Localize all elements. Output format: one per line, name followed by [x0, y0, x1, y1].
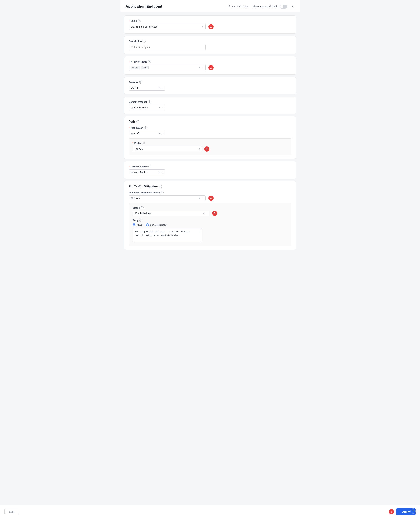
- bot-action-select[interactable]: ⊞ Block × ⌄: [129, 195, 205, 201]
- path-match-grid-icon: ⊞: [131, 132, 133, 135]
- traffic-channel-grid-icon: ⊞: [131, 171, 133, 174]
- radio-ascii[interactable]: ASCII: [133, 224, 143, 226]
- http-methods-section: HTTP Methods i POST PUT × ⌄ 2: [124, 56, 296, 75]
- bot-action-chevron-icon[interactable]: ⌄: [202, 197, 203, 200]
- body-radio-group: ASCII base64(binary): [133, 224, 288, 226]
- http-methods-select[interactable]: POST PUT × ⌄: [129, 65, 205, 71]
- domain-matcher-info-icon[interactable]: i: [148, 100, 151, 103]
- step-badge-3: 3: [204, 146, 209, 152]
- prefix-clear-icon[interactable]: ×: [198, 148, 200, 150]
- step-badge-4: 4: [209, 196, 214, 201]
- bot-action-clear-icon[interactable]: ×: [199, 197, 200, 200]
- protocol-value: BOTH: [131, 86, 158, 89]
- body-textarea[interactable]: [133, 228, 202, 242]
- body-label: Body i: [133, 219, 288, 222]
- domain-matcher-clear-icon[interactable]: ×: [159, 106, 160, 109]
- path-info-icon[interactable]: i: [136, 120, 139, 123]
- advanced-fields-row: Show Advanced Fields: [252, 5, 287, 9]
- protocol-section: Protocol i BOTH × ⌄: [124, 77, 296, 94]
- header-actions: ↺ Reset All Fields Show Advanced Fields …: [227, 5, 294, 9]
- reset-label: Reset All Fields: [231, 5, 248, 8]
- traffic-channel-value: Web Traffic: [134, 171, 158, 174]
- page-header: Application Endpoint ↺ Reset All Fields …: [120, 0, 300, 12]
- protocol-select[interactable]: BOTH × ⌄: [129, 85, 165, 90]
- bot-action-info-icon[interactable]: i: [161, 191, 164, 194]
- status-chevron-icon[interactable]: ⌄: [205, 212, 207, 215]
- bot-action-controls: × ⌄: [199, 197, 203, 200]
- radio-base64[interactable]: base64(binary): [146, 224, 167, 226]
- name-info-icon[interactable]: i: [138, 19, 141, 22]
- footer: Back 6 Apply: [0, 505, 420, 518]
- advanced-fields-toggle[interactable]: [280, 5, 287, 9]
- prefix-input[interactable]: [133, 146, 202, 152]
- collapse-button[interactable]: ∧: [291, 5, 295, 9]
- path-match-controls: × ⌄: [159, 132, 163, 135]
- domain-matcher-grid-icon: ⊞: [131, 106, 133, 109]
- body-info-icon[interactable]: i: [139, 219, 142, 222]
- reset-icon: ↺: [227, 5, 230, 8]
- name-field-group: Name i × 1: [129, 19, 292, 30]
- traffic-channel-select[interactable]: ⊞ Web Traffic × ⌄: [129, 170, 165, 175]
- tag-put: PUT: [141, 66, 149, 69]
- prefix-input-row: × 3: [133, 146, 288, 152]
- name-input-row: × 1: [129, 23, 292, 30]
- name-input-wrapper: ×: [129, 23, 205, 30]
- radio-ascii-label: ASCII: [137, 224, 143, 226]
- status-select[interactable]: 403 Forbidden × ⌄: [133, 211, 209, 216]
- bot-mitigation-info-icon[interactable]: i: [159, 185, 162, 188]
- protocol-chevron-icon[interactable]: ⌄: [161, 86, 163, 89]
- help-icon[interactable]: ?: [411, 509, 416, 514]
- status-clear-icon[interactable]: ×: [203, 212, 204, 215]
- description-info-icon[interactable]: i: [142, 40, 146, 43]
- http-methods-tags: POST PUT: [131, 66, 198, 69]
- protocol-info-icon[interactable]: i: [139, 81, 142, 83]
- http-methods-clear-icon[interactable]: ×: [199, 66, 200, 69]
- bot-action-grid-icon: ⊞: [131, 197, 133, 200]
- status-controls: × ⌄: [203, 212, 207, 215]
- bot-action-value: Block: [134, 197, 198, 200]
- bot-mitigation-title: Bot Traffic Mitigation i: [129, 185, 292, 188]
- description-section: Description i: [124, 36, 296, 54]
- traffic-channel-controls: × ⌄: [159, 171, 163, 174]
- traffic-channel-info-icon[interactable]: i: [149, 165, 151, 168]
- status-label: Status i: [133, 206, 288, 209]
- domain-matcher-chevron-icon[interactable]: ⌄: [161, 106, 163, 109]
- protocol-label: Protocol i: [129, 81, 292, 83]
- domain-matcher-section: Domain Matcher i ⊞ Any Domain × ⌄: [124, 97, 296, 114]
- name-clear-icon[interactable]: ×: [202, 25, 203, 28]
- domain-matcher-label: Domain Matcher i: [129, 100, 292, 103]
- path-match-chevron-icon[interactable]: ⌄: [161, 132, 163, 135]
- protocol-clear-icon[interactable]: ×: [159, 86, 160, 89]
- radio-base64-label: base64(binary): [150, 224, 167, 226]
- body-clear-icon[interactable]: ×: [199, 230, 200, 233]
- bot-sub-section: Status i 403 Forbidden × ⌄ 5: [129, 203, 292, 246]
- name-input[interactable]: [129, 23, 205, 30]
- prefix-label: Prefix i: [133, 142, 288, 144]
- domain-matcher-select[interactable]: ⊞ Any Domain × ⌄: [129, 105, 165, 110]
- help-icon-container: ?: [411, 509, 416, 514]
- status-value: 403 Forbidden: [135, 212, 202, 215]
- tag-post: POST: [131, 66, 140, 69]
- path-match-clear-icon[interactable]: ×: [159, 132, 160, 135]
- http-methods-info-icon[interactable]: i: [148, 60, 151, 63]
- prefix-info-icon[interactable]: i: [142, 142, 145, 144]
- http-methods-controls: × ⌄: [199, 66, 203, 69]
- name-section: Name i × 1: [124, 15, 296, 34]
- path-section: Path i Path Match i ⊞ Prefix × ⌄: [124, 116, 296, 159]
- path-match-info-icon[interactable]: i: [144, 126, 147, 129]
- reset-all-button[interactable]: ↺ Reset All Fields: [227, 5, 248, 8]
- path-match-select[interactable]: ⊞ Prefix × ⌄: [129, 131, 165, 136]
- protocol-controls: × ⌄: [159, 86, 163, 89]
- domain-matcher-controls: × ⌄: [159, 106, 163, 109]
- status-info-icon[interactable]: i: [141, 206, 143, 209]
- main-content: Name i × 1 Description i: [120, 12, 300, 518]
- http-methods-chevron-icon[interactable]: ⌄: [202, 66, 203, 69]
- back-button[interactable]: Back: [4, 509, 19, 515]
- body-textarea-wrapper: ×: [133, 228, 202, 243]
- page-title: Application Endpoint: [126, 4, 162, 9]
- traffic-channel-chevron-icon[interactable]: ⌄: [161, 171, 163, 173]
- step-badge-2: 2: [209, 65, 214, 70]
- description-input[interactable]: [129, 44, 205, 50]
- traffic-channel-clear-icon[interactable]: ×: [159, 171, 160, 174]
- description-field-group: Description i: [129, 40, 292, 50]
